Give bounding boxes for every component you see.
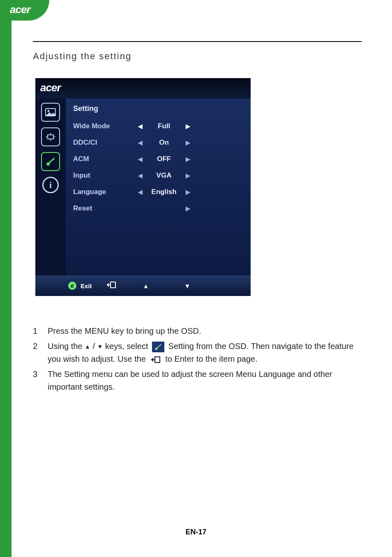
triangle-up-icon: ▲ bbox=[85, 342, 90, 351]
osd-footer: e Exit ▲ ▼ bbox=[35, 275, 251, 296]
osd-row-label: Reset bbox=[73, 204, 135, 213]
osd-menu-title: Setting bbox=[73, 104, 242, 113]
svg-point-1 bbox=[48, 110, 50, 112]
step-number: 1 bbox=[33, 325, 40, 337]
step-text: The Setting menu can be used to adjust t… bbox=[48, 368, 362, 393]
picture-icon[interactable] bbox=[41, 103, 60, 122]
step-text: Press the MENU key to bring up the OSD. bbox=[48, 325, 362, 337]
osd-row-input[interactable]: Input ◀ VGA ▶ bbox=[73, 167, 242, 184]
arrow-right-icon[interactable]: ▶ bbox=[182, 139, 193, 146]
page-sidebar-decor bbox=[0, 0, 12, 557]
osd-panel: acer i Setting Wide Mode ◀ bbox=[35, 78, 251, 296]
enter-icon bbox=[151, 356, 161, 364]
position-icon[interactable] bbox=[41, 127, 60, 146]
arrow-right-icon[interactable]: ▶ bbox=[182, 156, 193, 162]
osd-row-value: English bbox=[145, 188, 182, 196]
arrow-left-icon[interactable]: ◀ bbox=[135, 139, 145, 146]
osd-category-bar: i bbox=[35, 99, 66, 275]
arrow-right-icon[interactable]: ▶ bbox=[182, 123, 193, 129]
osd-row-label: Input bbox=[73, 171, 135, 180]
section-divider bbox=[33, 41, 362, 42]
e-icon: e bbox=[68, 282, 76, 290]
instruction-item: 1 Press the MENU key to bring up the OSD… bbox=[33, 325, 362, 337]
step-number: 3 bbox=[33, 368, 40, 393]
osd-row-acm[interactable]: ACM ◀ OFF ▶ bbox=[73, 151, 242, 167]
osd-row-value: OFF bbox=[145, 155, 182, 163]
osd-down-button[interactable]: ▼ bbox=[184, 282, 190, 289]
instruction-item: 2 Using the ▲ / ▼ keys, select Setting f… bbox=[33, 340, 362, 365]
osd-header: acer bbox=[35, 78, 251, 99]
triangle-down-icon: ▼ bbox=[184, 282, 190, 289]
page-number: EN-17 bbox=[0, 528, 392, 536]
instruction-list: 1 Press the MENU key to bring up the OSD… bbox=[33, 325, 362, 393]
arrow-left-icon[interactable]: ◀ bbox=[135, 156, 145, 162]
arrow-left-icon[interactable]: ◀ bbox=[135, 189, 145, 195]
osd-exit-label: Exit bbox=[81, 282, 92, 289]
osd-row-label: DDC/CI bbox=[73, 139, 135, 147]
osd-row-reset[interactable]: Reset ◀ ▶ bbox=[73, 200, 242, 217]
step-text: Using the ▲ / ▼ keys, select Setting fro… bbox=[48, 340, 362, 365]
osd-acer-logo: acer bbox=[40, 81, 61, 94]
osd-row-value: VGA bbox=[145, 171, 182, 180]
arrow-right-icon[interactable]: ▶ bbox=[182, 205, 193, 212]
osd-row-wide-mode[interactable]: Wide Mode ◀ Full ▶ bbox=[73, 118, 242, 134]
arrow-left-icon[interactable]: ◀ bbox=[135, 172, 145, 179]
osd-row-value: On bbox=[145, 139, 182, 147]
arrow-left-icon[interactable]: ◀ bbox=[135, 123, 145, 129]
setting-icon bbox=[152, 342, 164, 352]
instruction-item: 3 The Setting menu can be used to adjust… bbox=[33, 368, 362, 393]
triangle-up-icon: ▲ bbox=[143, 282, 149, 289]
osd-row-value: Full bbox=[145, 122, 182, 130]
setting-icon[interactable] bbox=[41, 152, 60, 171]
arrow-right-icon[interactable]: ▶ bbox=[182, 172, 193, 179]
svg-rect-6 bbox=[155, 357, 160, 363]
arrow-right-icon[interactable]: ▶ bbox=[182, 189, 193, 195]
svg-rect-4 bbox=[111, 282, 115, 288]
osd-exit-button[interactable]: e Exit bbox=[68, 282, 92, 290]
info-icon[interactable]: i bbox=[42, 177, 59, 193]
section-title: Adjusting the setting bbox=[33, 51, 362, 62]
enter-icon bbox=[107, 281, 116, 291]
triangle-down-icon: ▼ bbox=[97, 342, 103, 351]
osd-row-label: Language bbox=[73, 188, 135, 196]
step-number: 2 bbox=[33, 340, 40, 365]
osd-row-label: ACM bbox=[73, 155, 135, 163]
osd-up-button[interactable]: ▲ bbox=[143, 282, 149, 289]
osd-enter-button[interactable] bbox=[107, 281, 116, 291]
svg-rect-2 bbox=[48, 135, 53, 139]
osd-row-ddc-ci[interactable]: DDC/CI ◀ On ▶ bbox=[73, 134, 242, 151]
acer-logo: acer bbox=[10, 3, 30, 16]
osd-row-label: Wide Mode bbox=[73, 122, 135, 130]
osd-row-language[interactable]: Language ◀ English ▶ bbox=[73, 184, 242, 200]
